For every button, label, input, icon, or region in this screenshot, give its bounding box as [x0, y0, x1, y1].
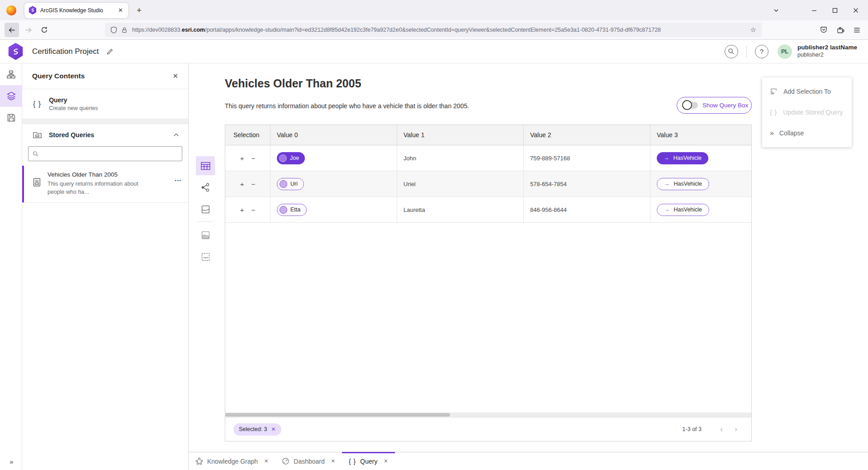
maximize-icon[interactable] — [825, 0, 845, 20]
tab-label: Query — [360, 458, 377, 465]
menu-item-add-selection-to[interactable]: Add Selection To — [762, 81, 852, 102]
show-query-box-toggle[interactable]: Show Query Box — [677, 97, 752, 114]
query-item-text: Query Create new queries — [49, 96, 98, 111]
query-create-item[interactable]: { } Query Create new queries — [22, 89, 188, 119]
menu-item-update-stored-query[interactable]: { } Update Stored Query — [762, 102, 852, 123]
user-info: publisher2 lastName publisher2 — [797, 44, 857, 59]
map-view-icon[interactable] — [196, 200, 215, 219]
hamburger-menu-icon[interactable] — [853, 26, 861, 34]
selection-cell: + − — [225, 197, 270, 222]
clear-selection-icon[interactable]: ✕ — [271, 426, 276, 432]
tracking-shield-icon[interactable] — [110, 26, 117, 34]
remove-from-selection-icon[interactable]: − — [251, 206, 256, 214]
table-row: + − Etta Lauretta 846-956-8644 →HasVehic… — [225, 197, 751, 223]
scrollbar-thumb[interactable] — [225, 413, 450, 417]
relationship-pill[interactable]: →HasVehicle — [657, 152, 708, 164]
relationship-pill[interactable]: →HasVehicle — [657, 178, 709, 190]
relationship-cell: →HasVehicle — [650, 145, 751, 171]
relationship-pill[interactable]: →HasVehicle — [657, 204, 709, 216]
main-content: Vehicles Older Than 2005 This query retu… — [189, 63, 868, 470]
bookmark-star-icon[interactable]: ☆ — [750, 26, 756, 34]
value-cell: Uriel — [397, 171, 524, 197]
tab-close-icon[interactable]: ✕ — [384, 458, 388, 464]
remove-from-selection-icon[interactable]: − — [251, 154, 256, 162]
tab-query[interactable]: { } Query ✕ — [342, 452, 395, 470]
active-tab-indicator — [342, 452, 395, 453]
arrow-right-icon: → — [664, 155, 669, 161]
selected-count-chip[interactable]: Selected: 3 ✕ — [233, 423, 281, 436]
app-body: » Query Contents ✕ { } Query Create new … — [0, 63, 868, 470]
selection-map-view-icon[interactable] — [196, 247, 215, 266]
stored-query-title: Vehicles Older Than 2005 — [47, 171, 175, 178]
expand-rail-icon[interactable]: » — [0, 458, 22, 465]
selection-context-menu: Add Selection To { } Update Stored Query… — [762, 77, 852, 147]
new-map-view-icon[interactable] — [196, 225, 215, 245]
search-icon[interactable] — [725, 45, 738, 58]
next-page-icon[interactable]: › — [729, 425, 743, 434]
minimize-icon[interactable] — [804, 0, 825, 20]
value-cell: Lauretta — [397, 197, 524, 222]
extensions-puzzle-icon[interactable] — [836, 26, 844, 34]
edit-pencil-icon[interactable] — [106, 48, 114, 55]
chevron-up-icon[interactable] — [173, 133, 179, 137]
value-cell: 759-889-57168 — [524, 145, 650, 171]
save-icon[interactable] — [0, 107, 22, 129]
stored-queries-search-input[interactable] — [42, 150, 178, 157]
lock-icon[interactable] — [121, 27, 128, 34]
back-icon[interactable] — [5, 23, 19, 37]
dashboard-gauge-icon — [282, 457, 289, 465]
window-close-icon[interactable] — [845, 0, 866, 20]
help-icon[interactable]: ? — [755, 45, 768, 58]
relationship-cell: →HasVehicle — [650, 171, 751, 197]
tab-close-icon[interactable]: ✕ — [331, 458, 335, 464]
stored-queries-search[interactable] — [28, 146, 182, 161]
panel-close-icon[interactable]: ✕ — [172, 72, 178, 80]
reload-icon[interactable] — [37, 23, 52, 37]
user-avatar[interactable]: PL — [778, 44, 792, 59]
braces-icon: { } — [770, 109, 777, 116]
selected-count-label: Selected: 3 — [239, 426, 267, 432]
tab-knowledge-graph[interactable]: Knowledge Graph ✕ — [189, 452, 275, 470]
stored-query-item[interactable]: Vehicles Older Than 2005 This query retu… — [22, 166, 188, 203]
braces-icon: { } — [33, 100, 41, 108]
url-bar[interactable]: https://dev0028833.esri.com/portal/apps/… — [105, 23, 762, 37]
browser-tab-title: ArcGIS Knowledge Studio — [40, 7, 117, 14]
window-controls — [766, 0, 866, 20]
entity-pill[interactable]: Etta — [277, 204, 307, 216]
previous-page-icon[interactable]: ‹ — [714, 425, 729, 434]
table-row: + − Uri Uriel 578-654-7854 →HasVehicle — [225, 171, 751, 197]
table-view-icon[interactable] — [196, 156, 215, 175]
toolbar-divider — [198, 221, 213, 222]
more-options-icon[interactable]: ••• — [175, 178, 182, 183]
firefox-icon[interactable] — [6, 5, 16, 15]
menu-item-collapse[interactable]: » Collapse — [762, 123, 852, 144]
stored-queries-header[interactable]: Stored Queries — [22, 124, 188, 145]
knowledge-studio-logo-icon[interactable] — [8, 43, 24, 60]
tab-dashboard[interactable]: Dashboard ✕ — [275, 452, 342, 470]
layers-icon[interactable] — [0, 85, 22, 107]
tab-close-icon[interactable]: ✕ — [264, 458, 268, 464]
entity-pill[interactable]: Joe — [277, 152, 305, 164]
browser-tab[interactable]: ArcGIS Knowledge Studio ✕ — [24, 3, 128, 18]
link-chart-view-icon[interactable] — [196, 178, 215, 197]
list-tabs-chevron-icon[interactable] — [766, 0, 787, 20]
table-empty-area — [225, 223, 751, 412]
add-to-selection-icon[interactable]: + — [240, 206, 244, 214]
query-item-title: Query — [49, 96, 98, 104]
value-cell: 846-956-8644 — [524, 197, 650, 222]
add-to-selection-icon[interactable]: + — [240, 154, 244, 162]
save-to-pocket-icon[interactable] — [820, 26, 828, 34]
value-cell: John — [397, 145, 524, 171]
entity-pill[interactable]: Uri — [277, 178, 304, 190]
remove-from-selection-icon[interactable]: − — [251, 180, 256, 188]
forward-icon[interactable] — [21, 23, 35, 37]
bottom-tab-bar: Knowledge Graph ✕ Dashboard ✕ { } Query … — [189, 452, 868, 470]
horizontal-scrollbar[interactable] — [225, 412, 751, 417]
project-structure-icon[interactable] — [0, 63, 22, 85]
row-range-label: 1-3 of 3 — [683, 426, 702, 432]
new-tab-button[interactable]: + — [137, 6, 142, 14]
page-title: Vehicles Older Than 2005 — [225, 77, 361, 90]
tab-close-icon[interactable]: ✕ — [117, 7, 124, 14]
browser-nav-bar: https://dev0028833.esri.com/portal/apps/… — [0, 20, 868, 40]
add-to-selection-icon[interactable]: + — [240, 180, 244, 188]
